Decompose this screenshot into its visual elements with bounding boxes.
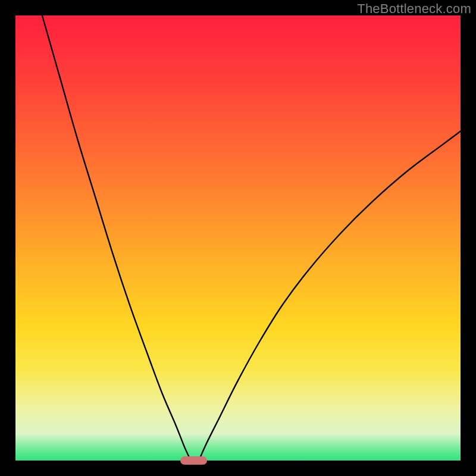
bottleneck-curve [15,15,461,461]
plot-area [15,15,461,461]
watermark-text: TheBottleneck.com [357,1,471,17]
optimum-marker [180,456,207,465]
chart-frame: TheBottleneck.com [0,0,476,476]
